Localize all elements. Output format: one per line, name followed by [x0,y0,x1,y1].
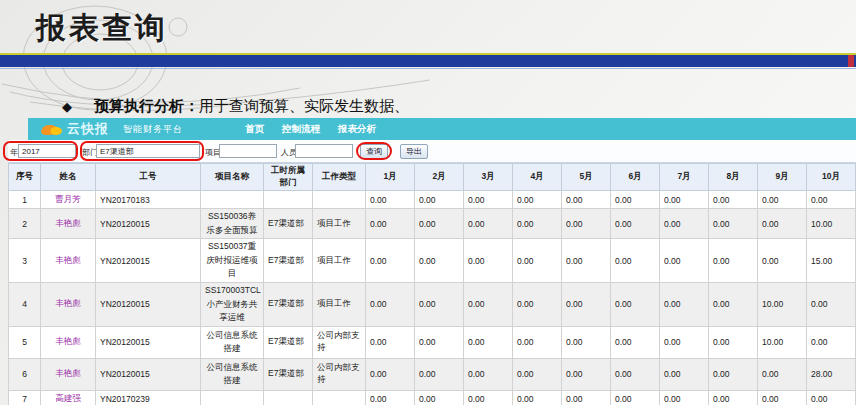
table-cell: SS170003TCL小产业财务共享运维 [201,282,264,326]
table-cell: 公司信息系统搭建 [201,326,264,358]
column-header: 工号 [96,164,201,191]
column-header: 5月 [562,164,611,191]
nav-item[interactable]: 控制流程 [282,123,320,136]
employee-name-link[interactable]: 高建强 [41,390,96,405]
employee-name-link[interactable]: 丰艳彪 [41,326,96,358]
table-cell: 10.00 [758,282,807,326]
table-cell: 5 [9,326,41,358]
table-row: 3丰艳彪YN20120015SS150037重庆时报运维项目E7渠道部项目工作0… [9,239,856,283]
table-cell: 0.00 [758,390,807,405]
table-cell: 0.00 [513,209,562,239]
column-header: 7月 [660,164,709,191]
table-cell: 0.00 [611,326,660,358]
table-cell: 公司内部支持 [313,358,366,390]
report-table: 序号姓名工号项目名称工时所属部门工作类型1月2月3月4月5月6月7月8月9月10… [8,163,856,405]
table-cell: 0.00 [513,358,562,390]
dept-input[interactable] [96,144,200,158]
table-cell: 0.00 [709,239,758,283]
column-header: 姓名 [41,164,96,191]
table-cell: 0.00 [366,390,415,405]
table-cell: 0.00 [758,209,807,239]
table-cell: 3 [9,239,41,283]
table-cell [313,191,366,209]
cloud-icon [40,122,64,136]
table-cell: 10.00 [807,209,856,239]
table-cell: 0.00 [513,239,562,283]
table-cell: 1 [9,191,41,209]
table-cell: 公司内部支持 [313,326,366,358]
table-cell [201,390,264,405]
table-cell: 0.00 [709,191,758,209]
table-cell: 6 [9,358,41,390]
employee-name-link[interactable]: 丰艳彪 [41,282,96,326]
table-cell: YN20120015 [96,358,201,390]
table-cell: 0.00 [660,282,709,326]
employee-name-link[interactable]: 曹月芳 [41,191,96,209]
divider-red-cap [848,55,854,67]
table-cell: 0.00 [366,326,415,358]
table-cell: 15.00 [807,239,856,283]
nav-item[interactable]: 首页 [245,123,264,136]
table-cell: 0.00 [611,358,660,390]
table-row: 2丰艳彪YN20120015SS150036养乐多全面预算E7渠道部项目工作0.… [9,209,856,239]
table-cell: 0.00 [366,239,415,283]
employee-name-link[interactable]: 丰艳彪 [41,358,96,390]
table-cell: 0.00 [611,239,660,283]
table-cell [201,191,264,209]
table-cell: 0.00 [366,191,415,209]
employee-name-link[interactable]: 丰艳彪 [41,239,96,283]
table-cell: 0.00 [660,390,709,405]
query-button[interactable]: 查询 [360,144,388,159]
column-header: 4月 [513,164,562,191]
table-cell: 0.00 [366,282,415,326]
person-input[interactable] [295,144,353,158]
table-cell: 0.00 [366,209,415,239]
column-header: 工时所属部门 [264,164,313,191]
table-cell: 0.00 [807,390,856,405]
table-cell: 4 [9,282,41,326]
table-cell: 0.00 [562,191,611,209]
column-header: 工作类型 [313,164,366,191]
table-cell: 项目工作 [313,282,366,326]
table-cell: 2 [9,209,41,239]
table-cell: 0.00 [562,326,611,358]
project-input[interactable] [219,144,277,158]
table-cell [313,390,366,405]
column-header: 项目名称 [201,164,264,191]
column-header: 3月 [464,164,513,191]
divider-light-blue-line [0,68,856,69]
year-input[interactable] [18,144,76,158]
table-cell: 10.00 [758,326,807,358]
table-cell: 0.00 [415,390,464,405]
table-cell: 0.00 [660,358,709,390]
table-header-row: 序号姓名工号项目名称工时所属部门工作类型1月2月3月4月5月6月7月8月9月10… [9,164,856,191]
table-cell: 0.00 [513,191,562,209]
table-cell [264,390,313,405]
table-cell: 0.00 [660,326,709,358]
table-cell: 0.00 [709,326,758,358]
export-button[interactable]: 导出 [400,144,428,159]
bullet-line: ◆预算执行分析：用于查询预算、实际发生数据、 [62,97,409,116]
bullet-term: 预算执行分析： [94,97,199,114]
table-row: 1曹月芳YN201701830.000.000.000.000.000.000.… [9,191,856,209]
nav-item[interactable]: 报表分析 [338,123,376,136]
table-cell: 7 [9,390,41,405]
table-cell: 28.00 [807,358,856,390]
table-cell: 0.00 [758,191,807,209]
table-cell: 0.00 [415,191,464,209]
column-header: 6月 [611,164,660,191]
table-cell: 0.00 [464,358,513,390]
table-cell: 0.00 [611,191,660,209]
column-header: 10月 [807,164,856,191]
table-cell: 0.00 [513,390,562,405]
table-row: 6丰艳彪YN20120015公司信息系统搭建E7渠道部公司内部支持0.000.0… [9,358,856,390]
table-cell: 0.00 [807,326,856,358]
table-cell: YN20120015 [96,326,201,358]
table-cell: E7渠道部 [264,326,313,358]
table-cell: 0.00 [464,282,513,326]
employee-name-link[interactable]: 丰艳彪 [41,209,96,239]
table-cell: YN20120015 [96,209,201,239]
table-body: 1曹月芳YN201701830.000.000.000.000.000.000.… [9,191,856,405]
table-cell: 0.00 [758,239,807,283]
table-cell: 0.00 [807,191,856,209]
